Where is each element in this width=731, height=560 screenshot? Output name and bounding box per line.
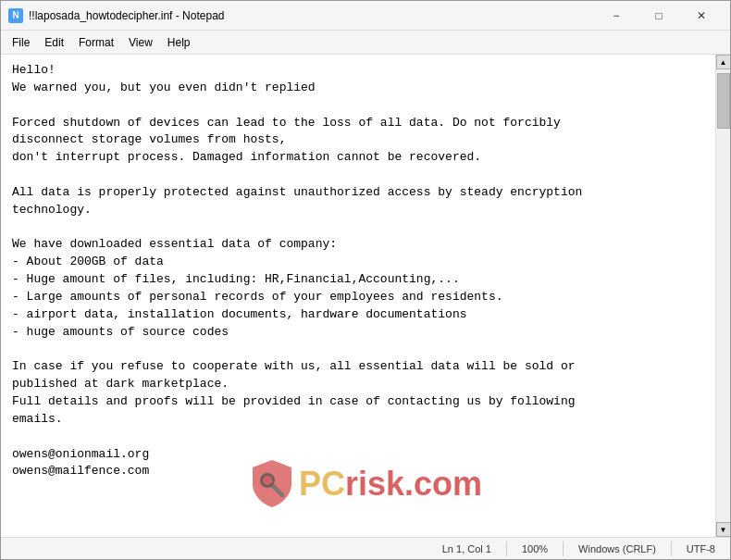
- title-bar: N !!laposada_howtodecipher.inf - Notepad…: [1, 1, 730, 31]
- menu-file[interactable]: File: [5, 32, 37, 53]
- status-zoom: 100%: [511, 543, 559, 554]
- scroll-thumb[interactable]: [717, 73, 730, 129]
- window-title: !!laposada_howtodecipher.inf - Notepad: [29, 9, 595, 22]
- status-line-ending: Windows (CRLF): [567, 543, 667, 554]
- menu-help[interactable]: Help: [160, 32, 198, 53]
- status-position: Ln 1, Col 1: [431, 543, 502, 554]
- status-encoding: UTF-8: [675, 543, 726, 554]
- window-controls: − □ ✕: [595, 1, 723, 31]
- scrollbar[interactable]: ▲ ▼: [715, 55, 730, 537]
- text-editor[interactable]: Hello! We warned you, but you even didn'…: [1, 55, 715, 537]
- content-area: Hello! We warned you, but you even didn'…: [1, 55, 730, 537]
- menu-format[interactable]: Format: [71, 32, 121, 53]
- menu-edit[interactable]: Edit: [37, 32, 71, 53]
- status-bar: Ln 1, Col 1 100% Windows (CRLF) UTF-8: [1, 537, 730, 559]
- menu-view[interactable]: View: [121, 32, 160, 53]
- menu-bar: File Edit Format View Help: [1, 31, 730, 55]
- status-divider-2: [563, 541, 564, 556]
- status-divider-1: [506, 541, 507, 556]
- status-divider-3: [671, 541, 672, 556]
- notepad-window: N !!laposada_howtodecipher.inf - Notepad…: [0, 0, 731, 560]
- scroll-up-button[interactable]: ▲: [716, 55, 731, 69]
- scroll-track[interactable]: [716, 69, 731, 522]
- scroll-down-button[interactable]: ▼: [716, 522, 731, 537]
- minimize-button[interactable]: −: [595, 1, 638, 31]
- close-button[interactable]: ✕: [680, 1, 723, 31]
- app-icon: N: [8, 8, 23, 23]
- maximize-button[interactable]: □: [638, 1, 680, 31]
